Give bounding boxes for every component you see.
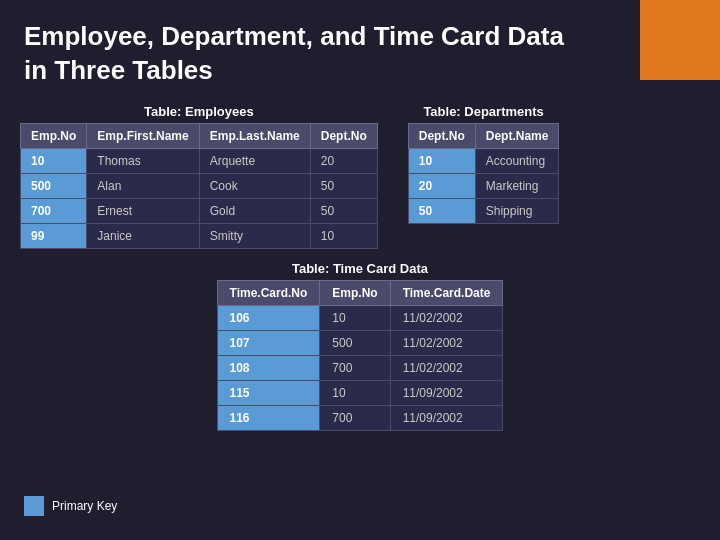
page-title: Employee, Department, and Time Card Data… — [24, 20, 696, 88]
emp-lastname: Arquette — [199, 148, 310, 173]
table-row: 50 Shipping — [408, 198, 559, 223]
tc-col-date: Time.Card.Date — [390, 280, 503, 305]
table-row: 99 Janice Smitty 10 — [21, 223, 378, 248]
table-row: 10 Thomas Arquette 20 — [21, 148, 378, 173]
dept-deptno: 10 — [408, 148, 475, 173]
emp-lastname: Cook — [199, 173, 310, 198]
dept-col-deptname: Dept.Name — [475, 123, 559, 148]
departments-section: Table: Departments Dept.No Dept.Name 10 … — [408, 104, 560, 224]
tc-cardno: 108 — [217, 355, 320, 380]
employees-section: Table: Employees Emp.No Emp.First.Name E… — [20, 104, 378, 249]
table-row: 500 Alan Cook 50 — [21, 173, 378, 198]
emp-deptno: 50 — [310, 173, 377, 198]
dept-col-deptno: Dept.No — [408, 123, 475, 148]
table-row: 115 10 11/09/2002 — [217, 380, 503, 405]
tc-date: 11/02/2002 — [390, 305, 503, 330]
table-row: 116 700 11/09/2002 — [217, 405, 503, 430]
table-row: 700 Ernest Gold 50 — [21, 198, 378, 223]
emp-col-lastname: Emp.Last.Name — [199, 123, 310, 148]
tc-empno: 700 — [320, 355, 390, 380]
emp-firstname: Janice — [87, 223, 199, 248]
emp-lastname: Smitty — [199, 223, 310, 248]
emp-col-firstname: Emp.First.Name — [87, 123, 199, 148]
tables-row: Table: Employees Emp.No Emp.First.Name E… — [20, 104, 700, 249]
tc-empno: 10 — [320, 305, 390, 330]
employees-table-title: Table: Employees — [20, 104, 378, 119]
tc-cardno: 115 — [217, 380, 320, 405]
tc-empno: 700 — [320, 405, 390, 430]
emp-col-deptno: Dept.No — [310, 123, 377, 148]
legend: Primary Key — [24, 496, 117, 516]
table-row: 10 Accounting — [408, 148, 559, 173]
table-row: 108 700 11/02/2002 — [217, 355, 503, 380]
emp-deptno: 20 — [310, 148, 377, 173]
dept-deptname: Marketing — [475, 173, 559, 198]
tc-cardno: 107 — [217, 330, 320, 355]
emp-empno: 99 — [21, 223, 87, 248]
legend-color-box — [24, 496, 44, 516]
page-header: Employee, Department, and Time Card Data… — [0, 0, 720, 104]
timecard-table-title: Table: Time Card Data — [217, 261, 504, 276]
legend-label: Primary Key — [52, 499, 117, 513]
tc-date: 11/02/2002 — [390, 330, 503, 355]
table-row: 20 Marketing — [408, 173, 559, 198]
tc-cardno: 106 — [217, 305, 320, 330]
tc-col-cardno: Time.Card.No — [217, 280, 320, 305]
tc-date: 11/09/2002 — [390, 405, 503, 430]
departments-table: Dept.No Dept.Name 10 Accounting 20 Marke… — [408, 123, 560, 224]
timecard-section: Table: Time Card Data Time.Card.No Emp.N… — [217, 261, 504, 431]
tc-empno: 500 — [320, 330, 390, 355]
departments-table-title: Table: Departments — [408, 104, 560, 119]
tc-empno: 10 — [320, 380, 390, 405]
tc-col-empno: Emp.No — [320, 280, 390, 305]
table-row: 107 500 11/02/2002 — [217, 330, 503, 355]
timecard-table: Time.Card.No Emp.No Time.Card.Date 106 1… — [217, 280, 504, 431]
dept-deptno: 50 — [408, 198, 475, 223]
tc-date: 11/02/2002 — [390, 355, 503, 380]
employees-table: Emp.No Emp.First.Name Emp.Last.Name Dept… — [20, 123, 378, 249]
dept-deptno: 20 — [408, 173, 475, 198]
emp-deptno: 50 — [310, 198, 377, 223]
emp-empno: 500 — [21, 173, 87, 198]
table-row: 106 10 11/02/2002 — [217, 305, 503, 330]
emp-lastname: Gold — [199, 198, 310, 223]
emp-empno: 700 — [21, 198, 87, 223]
main-content: Table: Employees Emp.No Emp.First.Name E… — [0, 104, 720, 431]
tc-cardno: 116 — [217, 405, 320, 430]
emp-col-empno: Emp.No — [21, 123, 87, 148]
dept-deptname: Shipping — [475, 198, 559, 223]
emp-firstname: Alan — [87, 173, 199, 198]
emp-firstname: Thomas — [87, 148, 199, 173]
tc-date: 11/09/2002 — [390, 380, 503, 405]
emp-deptno: 10 — [310, 223, 377, 248]
dept-deptname: Accounting — [475, 148, 559, 173]
emp-firstname: Ernest — [87, 198, 199, 223]
emp-empno: 10 — [21, 148, 87, 173]
